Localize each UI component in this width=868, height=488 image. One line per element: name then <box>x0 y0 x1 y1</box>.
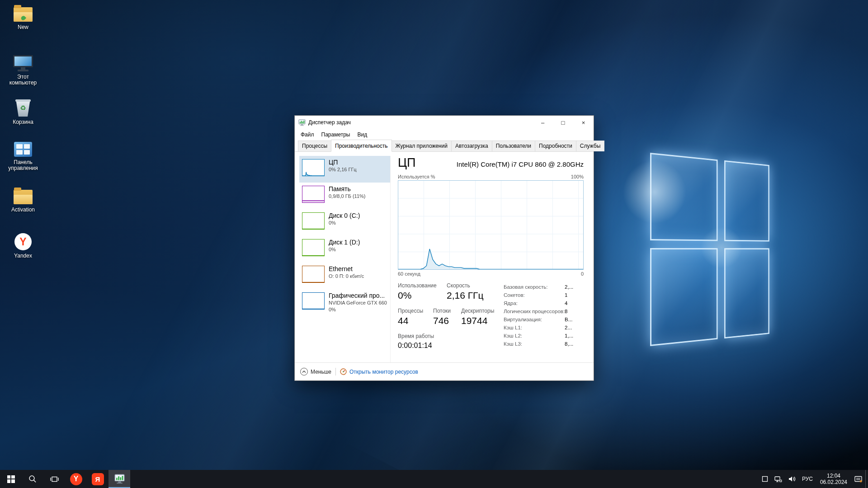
detail-label: Кэш L2: <box>504 332 565 340</box>
tab-processes[interactable]: Процессы <box>298 141 331 151</box>
sprout-decoration <box>20 15 26 21</box>
sidebar-item-cpu[interactable]: ЦП 0% 2,16 ГГц <box>299 156 390 183</box>
chart-xmin-label: 0 <box>581 271 584 277</box>
footer-divider <box>335 368 336 375</box>
yandex-browser-button[interactable]: Y <box>65 470 87 488</box>
detail-value: 1,... <box>565 332 584 340</box>
close-button[interactable]: × <box>573 116 594 129</box>
sidebar-item-title: Диск 1 (D:) <box>329 239 360 246</box>
detail-value: 4 <box>565 299 584 307</box>
tray-app-button[interactable] <box>759 470 771 488</box>
action-center-button[interactable] <box>851 470 865 488</box>
sidebar-item-sub: 0% <box>329 220 360 226</box>
cpu-stats: Использование 0% Скорость 2,16 ГГц Проце… <box>398 282 504 362</box>
chart-ylabel: Используется % <box>398 174 435 179</box>
recycle-glyph: ♻ <box>15 104 31 112</box>
desktop-icon-label: Этот компьютер <box>3 74 43 86</box>
minimize-button[interactable]: – <box>533 116 553 129</box>
sidebar-item-sub: О: 0 П: 0 кбит/с <box>329 273 364 279</box>
resource-monitor-link[interactable]: Открыть монитор ресурсов <box>340 368 418 375</box>
menu-file[interactable]: Файл <box>297 130 318 139</box>
cpu-details: Базовая скорость:2,... Сокетов:1 Ядра:4 … <box>504 282 584 362</box>
task-view-icon <box>50 476 59 483</box>
desktop-icon-new[interactable]: New <box>3 7 43 30</box>
volume-button[interactable] <box>785 470 799 488</box>
task-manager-window: Диспетчер задач – □ × Файл Параметры Вид… <box>294 115 594 381</box>
uptime-value: 0:00:01:14 <box>398 342 434 350</box>
tab-app-history[interactable]: Журнал приложений <box>392 141 452 151</box>
menu-options[interactable]: Параметры <box>318 130 354 139</box>
network-button[interactable] <box>771 470 785 488</box>
computer-icon <box>13 55 33 71</box>
speed-value: 2,16 ГГц <box>447 290 483 301</box>
desktop-icon-yandex[interactable]: Y Yandex <box>3 233 43 259</box>
gpu-thumbnail <box>302 292 325 310</box>
task-manager-taskbar-button[interactable] <box>108 470 130 488</box>
detail-value: В... <box>565 315 584 324</box>
sidebar-item-disk1[interactable]: Диск 1 (D:) 0% <box>299 236 390 263</box>
detail-value: 8,... <box>565 340 584 348</box>
less-details-button[interactable]: Меньше <box>300 368 331 375</box>
detail-label: Кэш L3: <box>504 340 565 348</box>
disk0-thumbnail <box>302 212 325 230</box>
performance-sidebar: ЦП 0% 2,16 ГГц Память 0,9/8,0 ГБ (11%) <box>295 156 391 362</box>
desktop-icon-label: New <box>18 24 28 30</box>
search-button[interactable] <box>22 470 43 488</box>
folder-new-icon <box>14 7 33 22</box>
title-bar[interactable]: Диспетчер задач – □ × <box>295 116 594 129</box>
usage-value: 0% <box>398 290 447 301</box>
handles-label: Дескрипторы <box>461 308 494 314</box>
sidebar-item-sub: 0% 2,16 ГГц <box>329 167 357 173</box>
cpu-model-name: Intel(R) Core(TM) i7 CPU 860 @ 2.80GHz <box>457 160 584 168</box>
memory-thumbnail <box>302 186 325 203</box>
detail-label: Логических процессоров: <box>504 307 565 315</box>
sidebar-item-sub: NVIDIA GeForce GTX 660 <box>329 300 387 306</box>
chart-ymax-label: 100% <box>571 174 584 179</box>
sidebar-item-title: Графический про... <box>329 292 387 299</box>
sidebar-item-memory[interactable]: Память 0,9/8,0 ГБ (11%) <box>299 183 390 209</box>
language-indicator[interactable]: РУС <box>799 470 816 488</box>
threads-label: Потоки <box>433 308 461 314</box>
control-panel-icon <box>14 142 32 157</box>
tab-services[interactable]: Службы <box>576 141 604 151</box>
sidebar-item-disk0[interactable]: Диск 0 (C:) 0% <box>299 209 390 236</box>
less-details-label: Меньше <box>311 369 331 375</box>
detail-label: Базовая скорость: <box>504 283 565 291</box>
clock[interactable]: 12:04 06.02.2024 <box>816 470 851 488</box>
task-view-button[interactable] <box>43 470 65 488</box>
detail-value: 8 <box>565 307 584 315</box>
sidebar-item-sub2: 0% <box>329 307 387 313</box>
menu-bar: Файл Параметры Вид <box>295 129 594 140</box>
sidebar-item-title: ЦП <box>329 159 357 166</box>
sidebar-item-gpu[interactable]: Графический про... NVIDIA GeForce GTX 66… <box>299 289 390 316</box>
clock-date: 06.02.2024 <box>820 479 847 485</box>
tab-details[interactable]: Подробности <box>535 141 576 151</box>
sidebar-item-sub: 0,9/8,0 ГБ (11%) <box>329 193 365 199</box>
desktop-icon-control-panel[interactable]: Панель управления <box>3 142 43 171</box>
cpu-usage-chart <box>398 180 584 270</box>
cpu-panel: ЦП Intel(R) Core(TM) i7 CPU 860 @ 2.80GH… <box>391 156 594 362</box>
yandex-app-button[interactable]: Я <box>87 470 108 488</box>
desktop-icon-activation[interactable]: Activation <box>3 190 43 213</box>
tab-users[interactable]: Пользователи <box>492 141 535 151</box>
sidebar-item-ethernet[interactable]: Ethernet О: 0 П: 0 кбит/с <box>299 263 390 289</box>
tab-performance[interactable]: Производительность <box>331 140 392 152</box>
volume-icon <box>788 476 796 482</box>
panel-title: ЦП <box>398 156 415 170</box>
show-desktop-button[interactable] <box>865 470 868 488</box>
uptime-label: Время работы <box>398 333 434 339</box>
menu-view[interactable]: Вид <box>354 130 371 139</box>
desktop-icon-this-pc[interactable]: Этот компьютер <box>3 55 43 86</box>
detail-label: Кэш L1: <box>504 324 565 332</box>
start-button[interactable] <box>0 470 22 488</box>
folder-icon <box>14 190 33 204</box>
yandex-browser-icon: Y <box>70 473 82 485</box>
clock-time: 12:04 <box>827 473 840 479</box>
sidebar-item-title: Диск 0 (C:) <box>329 212 360 219</box>
detail-value: 2,... <box>565 283 584 291</box>
disk1-thumbnail <box>302 239 325 256</box>
yandex-app-icon: Я <box>92 473 104 485</box>
maximize-button[interactable]: □ <box>553 116 573 129</box>
desktop-icon-recycle-bin[interactable]: ♻ Корзина <box>3 99 43 125</box>
tab-startup[interactable]: Автозагрузка <box>451 141 492 151</box>
